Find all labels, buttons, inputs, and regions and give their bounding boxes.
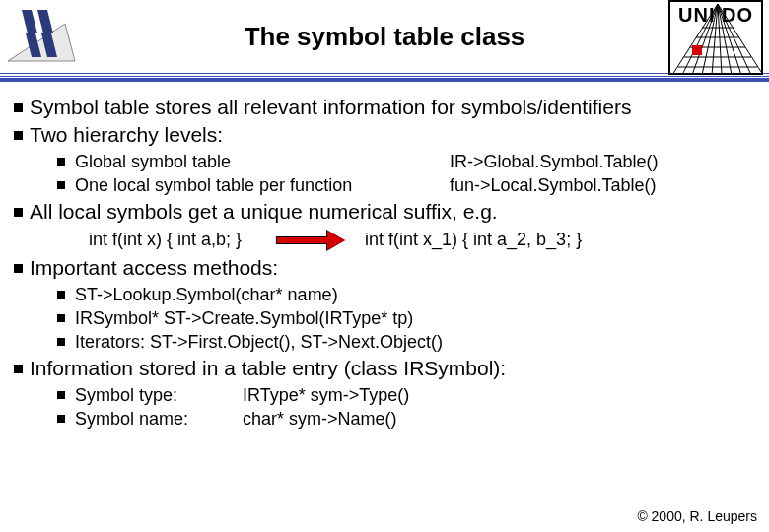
sub-symbol-name: Symbol name: char* sym->Name() bbox=[57, 408, 759, 432]
sub-global-table: Global symbol table IR->Global.Symbol.Ta… bbox=[57, 151, 759, 174]
bullet-text: Information stored in a table entry (cla… bbox=[30, 357, 506, 379]
logo-right-text: UNI DO bbox=[670, 4, 761, 27]
logo-left bbox=[8, 4, 77, 65]
sub-text: ST->Lookup.Symbol(char* name) bbox=[75, 285, 338, 304]
slide-header: The symbol table class UNI DO bbox=[0, 0, 769, 77]
sub-iterators: Iterators: ST->First.Object(), ST->Next.… bbox=[57, 331, 759, 355]
bullet-symbol-table-info: Symbol table stores all relevant informa… bbox=[10, 95, 759, 121]
bullet-hierarchy: Two hierarchy levels: Global symbol tabl… bbox=[10, 122, 759, 197]
bullet-text: Symbol table stores all relevant informa… bbox=[30, 96, 631, 118]
copyright-footer: © 2000, R. Leupers bbox=[637, 508, 757, 524]
svg-marker-1 bbox=[22, 10, 37, 33]
sub-code: fun->Local.Symbol.Table() bbox=[450, 174, 759, 198]
bullet-text: Two hierarchy levels: bbox=[30, 123, 223, 146]
sub-label: One local symbol table per function bbox=[75, 174, 450, 198]
sub-lookup: ST->Lookup.Symbol(char* name) bbox=[57, 284, 759, 307]
code-transform-row: int f(int x) { int a,b; } int f(int x_1)… bbox=[30, 229, 759, 251]
sub-label: Global symbol table bbox=[75, 151, 450, 174]
code-after: int f(int x_1) { int a_2, b_3; } bbox=[365, 229, 759, 251]
bullet-text: Important access methods: bbox=[30, 256, 278, 279]
sub-code: IRType* sym->Type() bbox=[243, 384, 759, 408]
sub-label: Symbol type: bbox=[75, 384, 243, 408]
svg-marker-0 bbox=[8, 24, 75, 61]
sub-code: IR->Global.Symbol.Table() bbox=[450, 151, 759, 174]
sub-text: IRSymbol* ST->Create.Symbol(IRType* tp) bbox=[75, 308, 413, 328]
bullet-table-entry: Information stored in a table entry (cla… bbox=[10, 356, 759, 431]
svg-marker-2 bbox=[37, 10, 53, 33]
bullet-suffix: All local symbols get a unique numerical… bbox=[10, 199, 759, 251]
bullet-text: All local symbols get a unique numerical… bbox=[30, 200, 498, 223]
logo-right: UNI DO bbox=[668, 0, 763, 75]
slide-content: Symbol table stores all relevant informa… bbox=[0, 77, 769, 432]
slide-title: The symbol table class bbox=[0, 0, 769, 73]
sub-code: char* sym->Name() bbox=[243, 408, 759, 432]
bullet-access-methods: Important access methods: ST->Lookup.Sym… bbox=[10, 255, 759, 354]
sub-create: IRSymbol* ST->Create.Symbol(IRType* tp) bbox=[57, 307, 759, 331]
svg-rect-19 bbox=[692, 45, 702, 55]
sub-label: Symbol name: bbox=[75, 408, 243, 432]
sub-symbol-type: Symbol type: IRType* sym->Type() bbox=[57, 384, 759, 408]
sub-text: Iterators: ST->First.Object(), ST->Next.… bbox=[75, 332, 443, 352]
arrow-icon bbox=[256, 233, 365, 247]
code-before: int f(int x) { int a,b; } bbox=[89, 229, 256, 251]
sub-local-table: One local symbol table per function fun-… bbox=[57, 174, 759, 198]
